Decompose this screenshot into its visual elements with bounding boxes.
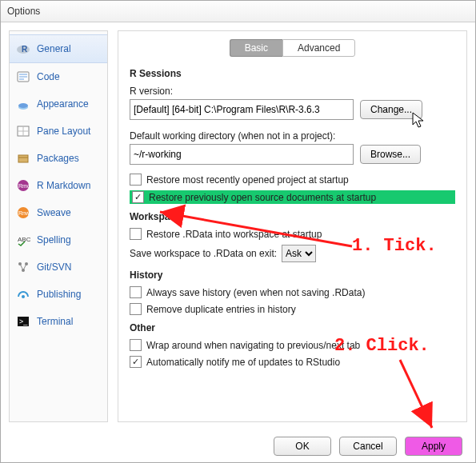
cancel-button[interactable]: Cancel	[339, 437, 397, 456]
sidebar-item-label: Appearance	[37, 98, 89, 110]
sidebar-item-sweave[interactable]: Rnw Sweave	[10, 199, 107, 226]
section-r-sessions: R Sessions	[130, 68, 455, 79]
wrap-tabs-checkbox[interactable]	[130, 339, 142, 351]
sidebar-item-general[interactable]: R General	[10, 34, 107, 63]
section-workspace: Workspace	[130, 211, 455, 222]
sidebar-item-terminal[interactable]: >_ Terminal	[10, 308, 107, 335]
restore-project-checkbox[interactable]	[130, 174, 142, 186]
publishing-icon	[16, 287, 30, 301]
sidebar-item-label: Sweave	[37, 207, 71, 218]
wrap-tabs-label: Wrap around when navigating to previous/…	[146, 340, 360, 351]
sidebar-item-label: General	[37, 43, 71, 54]
sidebar-item-publishing[interactable]: Publishing	[10, 281, 107, 308]
rmarkdown-icon: Rmd	[16, 178, 30, 193]
content-panel: Basic Advanced R Sessions R version: Cha…	[118, 30, 467, 422]
sidebar-item-label: Packages	[37, 153, 79, 164]
svg-text:>_: >_	[19, 317, 28, 325]
workdir-input[interactable]	[130, 144, 354, 165]
sidebar-item-code[interactable]: Code	[10, 63, 107, 90]
notify-updates-checkbox[interactable]	[130, 356, 142, 368]
sidebar-item-rmarkdown[interactable]: Rmd R Markdown	[10, 172, 107, 199]
sidebar-item-pane-layout[interactable]: Pane Layout	[10, 118, 107, 145]
terminal-icon: >_	[16, 314, 30, 329]
sidebar-item-label: Pane Layout	[37, 126, 90, 137]
tab-advanced[interactable]: Advanced	[282, 39, 355, 57]
sidebar-item-git-svn[interactable]: Git/SVN	[10, 253, 107, 281]
notify-updates-label: Automatically notify me of updates to RS…	[146, 357, 340, 368]
r-version-input[interactable]	[130, 99, 354, 120]
remove-dups-label: Remove duplicate entries in history	[146, 304, 296, 315]
r-version-label: R version:	[130, 86, 455, 97]
restore-docs-label: Restore previously open source documents…	[149, 192, 376, 203]
window-title: Options	[7, 6, 40, 17]
svg-point-15	[22, 295, 25, 298]
save-workspace-label: Save workspace to .RData on exit:	[130, 248, 277, 259]
spelling-icon: ABC	[16, 233, 30, 247]
sidebar-item-label: Publishing	[37, 289, 81, 300]
sidebar: R General Code Appearance Pane	[9, 30, 108, 422]
section-other: Other	[130, 322, 455, 333]
svg-rect-6	[18, 155, 28, 162]
apply-button[interactable]: Apply	[405, 437, 462, 456]
svg-text:Rmd: Rmd	[18, 183, 30, 189]
dialog-footer: OK Cancel Apply	[1, 430, 475, 462]
change-button[interactable]: Change...	[360, 100, 422, 119]
sidebar-item-packages[interactable]: Packages	[10, 145, 107, 172]
remove-dups-checkbox[interactable]	[130, 303, 142, 315]
appearance-icon	[16, 97, 30, 111]
sweave-icon: Rnw	[16, 206, 30, 220]
always-save-history-label: Always save history (even when not savin…	[146, 287, 365, 298]
svg-point-4	[18, 103, 28, 108]
sidebar-item-label: Git/SVN	[37, 261, 71, 273]
tabs: Basic Advanced	[130, 39, 455, 57]
tab-basic[interactable]: Basic	[230, 39, 282, 57]
restore-docs-checkbox[interactable]	[132, 191, 144, 203]
sidebar-item-spelling[interactable]: ABC Spelling	[10, 226, 107, 253]
workdir-label: Default working directory (when not in a…	[130, 130, 455, 142]
browse-button[interactable]: Browse...	[360, 145, 421, 164]
restore-rdata-label: Restore .RData into workspace at startup	[146, 229, 322, 240]
r-logo-icon: R	[16, 42, 30, 56]
options-dialog: Options R General Code Appearance	[0, 0, 476, 463]
restore-project-label: Restore most recently opened project at …	[146, 174, 349, 186]
sidebar-item-appearance[interactable]: Appearance	[10, 90, 107, 118]
sidebar-item-label: R Markdown	[37, 180, 90, 191]
git-icon	[16, 260, 30, 274]
always-save-history-checkbox[interactable]	[130, 286, 142, 298]
svg-text:R: R	[22, 45, 28, 54]
sidebar-item-label: Terminal	[37, 316, 73, 327]
save-workspace-select[interactable]: Ask	[282, 245, 316, 262]
pane-layout-icon	[16, 124, 30, 138]
packages-icon	[16, 151, 30, 166]
titlebar: Options	[1, 1, 475, 22]
code-icon	[16, 70, 30, 84]
section-history: History	[130, 269, 455, 281]
ok-button[interactable]: OK	[274, 437, 331, 456]
sidebar-item-label: Code	[37, 71, 60, 82]
sidebar-item-label: Spelling	[37, 234, 71, 245]
svg-text:Rnw: Rnw	[18, 210, 30, 216]
restore-rdata-checkbox[interactable]	[130, 228, 142, 240]
